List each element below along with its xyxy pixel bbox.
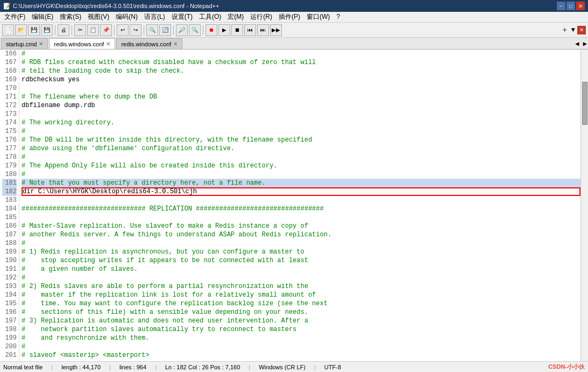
line-num-199: 199 <box>2 334 17 342</box>
code-line-169: rdbchecksum yes <box>22 75 580 84</box>
menu-item-r[interactable]: 运行(R) <box>247 12 275 22</box>
zoom-in-button[interactable]: 🔎 <box>176 24 188 36</box>
code-line-176: # The DB will be written inside this dir… <box>22 136 580 144</box>
run-button[interactable]: ▶▶ <box>270 24 282 36</box>
save-button[interactable]: 💾 <box>28 24 40 36</box>
menu-item-m[interactable]: 宏(M) <box>224 12 247 22</box>
menu-item-p[interactable]: 插件(P) <box>275 12 303 22</box>
menu-item-w[interactable]: 窗口(W) <box>303 12 333 22</box>
menu-items: 文件(F)编辑(E)搜索(S)视图(V)编码(N)语言(L)设置(T)工具(O)… <box>1 12 343 22</box>
line-num-188: 188 <box>2 239 17 248</box>
menu-item-f[interactable]: 文件(F) <box>1 12 29 22</box>
line-num-190: 190 <box>2 256 17 265</box>
code-line-188: # <box>22 239 580 248</box>
line-num-193: 193 <box>2 282 17 291</box>
new-button[interactable]: 📄 <box>2 24 14 36</box>
toolbar-right: + ▼ ✕ <box>560 26 586 34</box>
line-num-170: 170 <box>2 84 17 93</box>
menu-item-n[interactable]: 编码(N) <box>112 12 141 22</box>
code-line-181: # Note that you must specify a directory… <box>22 179 580 187</box>
file-type: Normal text file <box>3 364 42 370</box>
menu-item-[interactable]: ? <box>333 12 343 22</box>
toolbar-separator-6 <box>203 25 203 35</box>
scrollbar-thumb[interactable] <box>582 82 587 125</box>
dropdown-arrow[interactable]: ▼ <box>571 26 575 34</box>
tab-label-0: startup.cmd <box>6 41 37 47</box>
scrollbar-vertical[interactable] <box>580 50 588 361</box>
line-num-173: 173 <box>2 110 17 118</box>
line-num-172: 172 <box>2 101 17 110</box>
menu-item-o[interactable]: 工具(O) <box>196 12 224 22</box>
line-num-175: 175 <box>2 127 17 136</box>
tab-close-2[interactable]: ✕ <box>173 41 178 47</box>
undo-button[interactable]: ↩ <box>117 24 129 36</box>
maximize-button[interactable]: □ <box>566 2 575 10</box>
tab-1[interactable]: redis.windows.conf✕ <box>49 38 115 49</box>
title-bar-left: 📝 C:\Users\HYGK\Desktop\txqc\redis64-3.0… <box>3 3 219 10</box>
code-line-167: # RDB files created with checksum disabl… <box>22 58 580 67</box>
line-num-196: 196 <box>2 308 17 317</box>
line-num-182: 182 <box>2 187 17 196</box>
replace-button[interactable]: 🔄 <box>159 24 171 36</box>
code-line-190: # stop accepting writes if it appears to… <box>22 256 580 265</box>
save-all-button[interactable]: 💾 <box>41 24 53 36</box>
redo-button[interactable]: ↪ <box>130 24 141 36</box>
line-num-166: 166 <box>2 50 17 58</box>
code-content[interactable]: ## RDB files created with checksum disab… <box>19 50 580 361</box>
find-button[interactable]: 🔍 <box>146 24 158 36</box>
toolbar-separator-1 <box>55 25 55 35</box>
minimize-button[interactable]: − <box>557 2 565 10</box>
code-line-185 <box>22 213 580 222</box>
line-num-189: 189 <box>2 248 17 256</box>
line-num-198: 198 <box>2 325 17 334</box>
zoom-out-button[interactable]: 🔍 <box>189 24 201 36</box>
tab-0[interactable]: startup.cmd✕ <box>1 38 48 49</box>
paste-button[interactable]: 📌 <box>100 24 112 36</box>
code-line-179: # The Append Only File will also be crea… <box>22 162 580 170</box>
menu-item-s[interactable]: 搜索(S) <box>56 12 84 22</box>
code-line-187: # another Redis server. A few things to … <box>22 230 580 239</box>
open-button[interactable]: 📂 <box>15 24 27 36</box>
title-text: C:\Users\HYGK\Desktop\txqc\redis64-3.0.5… <box>13 3 219 9</box>
toolbar-separator-5 <box>173 25 174 35</box>
code-line-178: # <box>22 153 580 162</box>
print-button[interactable]: 🖨 <box>58 24 69 36</box>
prev-button[interactable]: ⏮ <box>244 24 256 36</box>
tab-label-1: redis.windows.conf <box>54 41 104 47</box>
play-button[interactable]: ▶ <box>218 24 230 36</box>
title-bar-controls: − □ ✕ <box>557 2 585 10</box>
menu-bar: 文件(F)编辑(E)搜索(S)视图(V)编码(N)语言(L)设置(T)工具(O)… <box>0 12 588 23</box>
menu-item-e[interactable]: 编辑(E) <box>29 12 56 22</box>
tab-close-1[interactable]: ✕ <box>106 41 110 47</box>
line-num-195: 195 <box>2 299 17 308</box>
tab-close-0[interactable]: ✕ <box>39 41 43 47</box>
line-num-181: 181 <box>2 179 17 187</box>
next-button[interactable]: ⏭ <box>257 24 269 36</box>
line-num-177: 177 <box>2 144 17 153</box>
tab-scroll-arrows[interactable]: ◀ ▶ <box>574 39 588 49</box>
code-line-193: # 2) Redis slaves are able to perform a … <box>22 282 580 291</box>
toolbar-close-button[interactable]: ✕ <box>577 26 586 34</box>
code-line-182: dir C:\Users\HYGK\Desktop\redis64-3.0.50… <box>22 187 580 196</box>
close-button[interactable]: ✕ <box>576 2 585 10</box>
code-line-201: # slaveof <masterip> <masterport> <box>22 351 580 360</box>
cut-button[interactable]: ✂ <box>74 24 86 36</box>
new-tab-button[interactable]: + <box>560 26 569 34</box>
code-line-186: # Master-Slave replication. Use slaveof … <box>22 222 580 230</box>
code-line-172: dbfilename dump.rdb <box>22 101 580 110</box>
stop-button[interactable]: ⏹ <box>231 24 243 36</box>
tab-2[interactable]: redis.windows.conf✕ <box>116 38 182 49</box>
code-line-194: # master if the replication link is lost… <box>22 291 580 299</box>
tab-bar: startup.cmd✕redis.windows.conf✕redis.win… <box>0 38 588 50</box>
code-line-175: # <box>22 127 580 136</box>
line-num-180: 180 <box>2 170 17 179</box>
line-num-169: 169 <box>2 75 17 84</box>
line-num-167: 167 <box>2 58 17 67</box>
menu-item-l[interactable]: 语言(L) <box>141 12 168 22</box>
code-line-189: # 1) Redis replication is asynchronous, … <box>22 248 580 256</box>
record-button[interactable]: ⏺ <box>206 24 217 36</box>
copy-button[interactable]: 📋 <box>87 24 99 36</box>
menu-item-v[interactable]: 视图(V) <box>84 12 112 22</box>
menu-item-t[interactable]: 设置(T) <box>168 12 196 22</box>
line-num-179: 179 <box>2 162 17 170</box>
